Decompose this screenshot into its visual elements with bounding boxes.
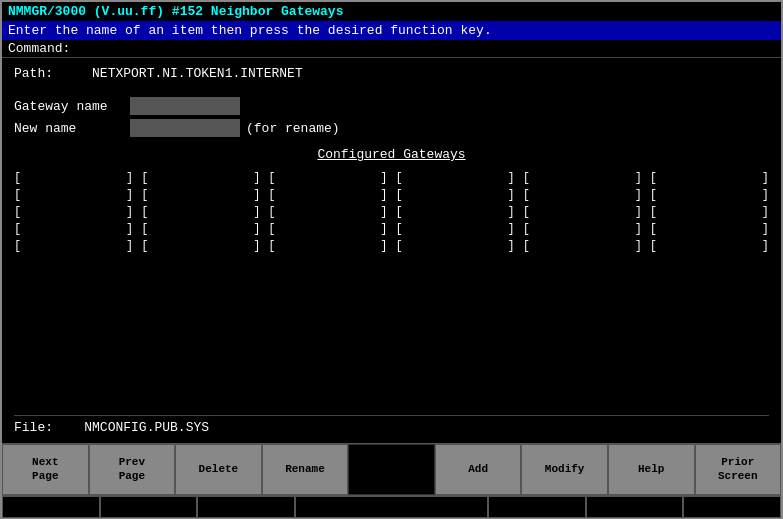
cell-inner (658, 205, 761, 219)
cell-inner (658, 188, 761, 202)
bracket-left: [ (650, 188, 657, 202)
cell-inner (404, 188, 507, 202)
fkey-button-1[interactable]: Prev Page (89, 444, 176, 495)
path-line: Path: NETXPORT.NI.TOKEN1.INTERNET (14, 66, 769, 81)
fkey-button-3[interactable]: Rename (262, 444, 349, 495)
cell-inner (149, 205, 252, 219)
gateway-col-5: [ ][ ][ ][ ][ ] (650, 170, 769, 254)
fkey-button-0[interactable]: Next Page (2, 444, 89, 495)
gateway-cell-2-1: [ ] (268, 187, 387, 203)
fkey-button-6[interactable]: Modify (521, 444, 608, 495)
bracket-left: [ (395, 205, 402, 219)
fkey-button-7[interactable]: Help (608, 444, 695, 495)
bracket-right: ] (126, 222, 133, 236)
gateway-grid: [ ][ ][ ][ ][ ][ ][ ][ ][ ][ ][ ][ ][ ][… (14, 170, 769, 254)
bracket-left: [ (14, 239, 21, 253)
status-bar (2, 495, 781, 517)
fkey-button-5[interactable]: Add (435, 444, 522, 495)
bracket-left: [ (523, 171, 530, 185)
bracket-right: ] (507, 188, 514, 202)
file-value: NMCONFIG.PUB.SYS (84, 420, 209, 435)
bracket-right: ] (507, 222, 514, 236)
gateway-cell-2-4: [ ] (268, 238, 387, 254)
bracket-left: [ (268, 188, 275, 202)
new-name-row: New name (for rename) (14, 119, 769, 137)
bracket-right: ] (126, 171, 133, 185)
gateway-cell-2-0: [ ] (268, 170, 387, 186)
cell-inner (149, 239, 252, 253)
gateway-col-1: [ ][ ][ ][ ][ ] (141, 170, 260, 254)
bracket-right: ] (380, 205, 387, 219)
gateway-cell-4-1: [ ] (523, 187, 642, 203)
bracket-left: [ (14, 222, 21, 236)
gateway-cell-1-0: [ ] (141, 170, 260, 186)
bracket-right: ] (126, 205, 133, 219)
new-name-input[interactable] (130, 119, 240, 137)
bracket-left: [ (650, 171, 657, 185)
title-bar: NMMGR/3000 (V.uu.ff) #152 Neighbor Gatew… (2, 2, 781, 21)
gateway-name-input[interactable] (130, 97, 240, 115)
status-cell-3 (197, 496, 295, 518)
fkey-bar: Next PagePrev PageDeleteRenameAddModifyH… (2, 443, 781, 495)
status-cell-5 (488, 496, 586, 518)
status-cell-4 (295, 496, 488, 518)
cell-inner (149, 171, 252, 185)
bracket-left: [ (523, 188, 530, 202)
gateway-cell-1-4: [ ] (141, 238, 260, 254)
gateway-cell-3-1: [ ] (395, 187, 514, 203)
info-bar: Enter the name of an item then press the… (2, 21, 781, 40)
bracket-right: ] (762, 222, 769, 236)
gateway-cell-2-2: [ ] (268, 204, 387, 220)
title-text: NMMGR/3000 (V.uu.ff) #152 Neighbor Gatew… (8, 4, 343, 19)
bracket-left: [ (14, 188, 21, 202)
cell-inner (277, 171, 380, 185)
bracket-left: [ (14, 205, 21, 219)
bracket-right: ] (762, 205, 769, 219)
cell-inner (531, 188, 634, 202)
bracket-left: [ (395, 188, 402, 202)
bracket-right: ] (253, 222, 260, 236)
bracket-left: [ (268, 205, 275, 219)
bracket-right: ] (635, 222, 642, 236)
status-cell-7 (683, 496, 781, 518)
file-label: File: (14, 420, 53, 435)
status-cell-2 (100, 496, 198, 518)
bracket-left: [ (523, 222, 530, 236)
bracket-left: [ (268, 222, 275, 236)
bracket-left: [ (141, 239, 148, 253)
section-title: Configured Gateways (14, 147, 769, 162)
bracket-left: [ (650, 222, 657, 236)
main-content: Path: NETXPORT.NI.TOKEN1.INTERNET Gatewa… (2, 58, 781, 443)
gateway-cell-4-0: [ ] (523, 170, 642, 186)
cell-inner (404, 222, 507, 236)
bracket-right: ] (380, 188, 387, 202)
gateway-cell-0-4: [ ] (14, 238, 133, 254)
bracket-left: [ (141, 222, 148, 236)
bracket-right: ] (253, 171, 260, 185)
fkey-button-2[interactable]: Delete (175, 444, 262, 495)
cell-inner (277, 188, 380, 202)
bracket-left: [ (650, 239, 657, 253)
gateway-cell-0-3: [ ] (14, 221, 133, 237)
bracket-right: ] (762, 188, 769, 202)
bracket-right: ] (762, 171, 769, 185)
cell-inner (531, 222, 634, 236)
bracket-left: [ (395, 239, 402, 253)
cell-inner (22, 171, 125, 185)
gateway-cell-0-1: [ ] (14, 187, 133, 203)
command-line-area: Command: (2, 40, 781, 58)
cell-inner (531, 205, 634, 219)
cell-inner (22, 239, 125, 253)
command-label: Command: (8, 41, 70, 56)
cell-inner (277, 205, 380, 219)
file-line: File: NMCONFIG.PUB.SYS (14, 415, 769, 439)
path-label: Path: (14, 66, 53, 81)
gateway-cell-2-3: [ ] (268, 221, 387, 237)
bracket-right: ] (507, 171, 514, 185)
bracket-left: [ (141, 188, 148, 202)
gateway-col-2: [ ][ ][ ][ ][ ] (268, 170, 387, 254)
bracket-right: ] (635, 171, 642, 185)
fkey-button-8[interactable]: Prior Screen (695, 444, 782, 495)
cell-inner (22, 222, 125, 236)
bracket-left: [ (268, 239, 275, 253)
